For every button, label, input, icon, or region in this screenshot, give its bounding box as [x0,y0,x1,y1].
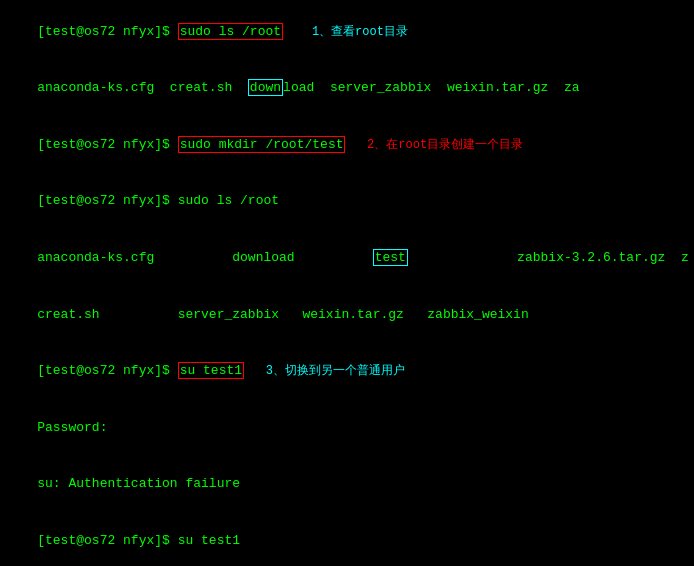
line-7: [test@os72 nfyx]$ su test1 3、切换到另一个普通用户 [6,343,688,400]
line-2: anaconda-ks.cfg creat.sh download server… [6,61,688,118]
prompt-4: [test@os72 nfyx]$ [37,193,177,208]
output-5a: anaconda-ks.cfg download [37,250,372,265]
line-1: [test@os72 nfyx]$ sudo ls /root 1、查看root… [6,4,688,61]
output-8: Password: [37,420,107,435]
cmd-1: sudo ls /root [178,23,283,40]
output-2: anaconda-ks.cfg creat.sh [37,80,248,95]
cmd-4: sudo ls /root [178,193,279,208]
prompt-10: [test@os72 nfyx]$ [37,533,177,548]
output-2b: load server_zabbix weixin.tar.gz za [283,80,579,95]
line-8: Password: [6,400,688,457]
line-9: su: Authentication failure [6,456,688,513]
highlight-download: down [248,79,283,96]
prompt-1: [test@os72 nfyx]$ [37,24,177,39]
cmd-10: su test1 [178,533,240,548]
prompt-7: [test@os72 nfyx]$ [37,363,177,378]
output-5b: zabbix-3.2.6.tar.gz z [408,250,689,265]
line-4: [test@os72 nfyx]$ sudo ls /root [6,174,688,231]
line-10: [test@os72 nfyx]$ su test1 [6,513,688,566]
ann-1: 1、查看root目录 [283,25,408,39]
output-9: su: Authentication failure [37,476,240,491]
highlight-test: test [373,249,408,266]
prompt-3: [test@os72 nfyx]$ [37,137,177,152]
line-6: creat.sh server_zabbix weixin.tar.gz zab… [6,287,688,344]
cmd-3: sudo mkdir /root/test [178,136,346,153]
line-3: [test@os72 nfyx]$ sudo mkdir /root/test … [6,117,688,174]
output-6: creat.sh server_zabbix weixin.tar.gz zab… [37,307,528,322]
ann-3: 2、在root目录创建一个目录 [345,138,523,152]
line-5: anaconda-ks.cfg download test zabbix-3.2… [6,230,688,287]
cmd-7: su test1 [178,362,244,379]
ann-7: 3、切换到另一个普通用户 [244,364,405,378]
terminal-window: [test@os72 nfyx]$ sudo ls /root 1、查看root… [0,0,694,566]
